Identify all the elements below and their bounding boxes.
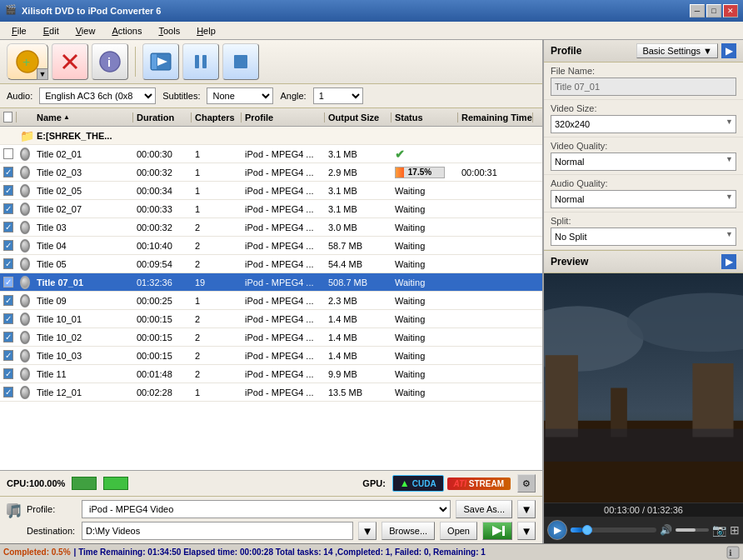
table-row[interactable]: ✓ Title 05 00:09:54 2 iPod - MPEG4 ... 5… <box>0 255 542 273</box>
row-checkbox[interactable]: ✓ <box>3 277 13 288</box>
close-button[interactable]: ✕ <box>723 4 738 18</box>
videosize-select[interactable]: 320x240 <box>551 115 736 133</box>
header-profile[interactable]: Profile <box>242 112 325 122</box>
status-checkmark: ✔ <box>395 148 405 161</box>
preview-expand-button[interactable]: ▶ <box>721 254 736 269</box>
select-all-checkbox[interactable] <box>3 112 12 122</box>
pause-button[interactable] <box>182 43 219 80</box>
disc-icon <box>20 349 30 362</box>
row-checkbox[interactable]: ✓ <box>3 240 13 251</box>
row-checkbox[interactable]: ✓ <box>3 295 13 306</box>
screenshot-icon[interactable]: 📷 <box>712 523 726 537</box>
open-button[interactable]: Open <box>440 522 477 540</box>
videosize-select-wrapper: 320x240 <box>551 115 736 133</box>
preview-progress-slider[interactable] <box>571 528 656 532</box>
disc-icon <box>20 166 30 179</box>
row-checkbox[interactable]: ✓ <box>3 350 13 361</box>
table-row[interactable]: ✓ Title 11 00:01:48 2 iPod - MPEG4 ... 9… <box>0 365 542 383</box>
convert-button[interactable] <box>142 43 179 80</box>
table-row[interactable]: ✓ Title 02_05 00:00:34 1 iPod - MPEG4 ..… <box>0 182 542 200</box>
table-row[interactable]: Title 02_01 00:00:30 1 iPod - MPEG4 ... … <box>0 145 542 163</box>
row-checkbox[interactable]: ✓ <box>3 332 13 342</box>
split-select[interactable]: No Split By Size By Time <box>551 228 736 246</box>
header-name[interactable]: Name ▲ <box>33 112 133 122</box>
file-list-container[interactable]: Name ▲ Duration Chapters Profile Output … <box>0 108 542 470</box>
stream-button[interactable]: ATI STREAM <box>447 478 511 490</box>
save-dropdown-button[interactable]: ▼ <box>517 500 536 518</box>
svg-rect-23 <box>544 429 743 462</box>
header-status[interactable]: Status <box>391 112 458 122</box>
play-button[interactable]: ▶ <box>547 520 567 540</box>
row-checkbox[interactable]: ✓ <box>3 387 13 398</box>
cuda-button[interactable]: ▲ CUDA <box>392 475 444 492</box>
table-row[interactable]: ✓ Title 09 00:00:25 1 iPod - MPEG4 ... 2… <box>0 292 542 310</box>
header-chapters[interactable]: Chapters <box>192 112 242 122</box>
destination-input[interactable] <box>82 522 353 540</box>
toolbar: + ▼ i <box>0 40 542 84</box>
info-button[interactable]: i <box>92 43 128 80</box>
volume-slider[interactable] <box>676 528 709 532</box>
audioquality-select[interactable]: Normal Low High <box>551 190 736 208</box>
table-row[interactable]: ✓ Title 12_01 00:02:28 1 iPod - MPEG4 ..… <box>0 383 542 402</box>
title-bar: 🎬 Xilisoft DVD to iPod Converter 6 ─ □ ✕ <box>0 0 743 22</box>
row-checkbox[interactable]: ✓ <box>3 368 13 379</box>
status-badge: Waiting <box>391 241 458 251</box>
row-checkbox[interactable]: ✓ <box>3 313 13 324</box>
row-checkbox[interactable]: ✓ <box>3 167 13 178</box>
basic-settings-button[interactable]: Basic Settings ▼ <box>636 43 718 58</box>
disc-icon <box>20 239 30 252</box>
table-row-selected[interactable]: ✓ Title 07_01 01:32:36 19 iPod - MPEG4 .… <box>0 273 542 292</box>
save-as-button[interactable]: Save As... <box>456 500 512 518</box>
disc-icon <box>20 331 30 344</box>
browse-button[interactable]: Browse... <box>381 522 435 540</box>
row-checkbox[interactable] <box>3 148 13 159</box>
remove-button[interactable] <box>52 43 88 80</box>
folder-row[interactable]: 📁 E:[SHREK_THE... <box>0 127 542 145</box>
profile-select[interactable]: iPod - MPEG4 Video <box>82 500 451 518</box>
convert-dropdown-button[interactable]: ▼ <box>517 522 536 540</box>
table-row[interactable]: ✓ Title 10_01 00:00:15 2 iPod - MPEG4 ..… <box>0 310 542 328</box>
filename-input[interactable] <box>551 78 736 96</box>
app-icon: 🎬 <box>5 4 18 18</box>
row-checkbox[interactable]: ✓ <box>3 203 13 214</box>
header-duration[interactable]: Duration <box>133 112 192 122</box>
subtitles-select[interactable]: None <box>207 88 273 104</box>
disc-icon <box>20 258 30 271</box>
destination-dropdown[interactable]: ▼ <box>358 522 376 540</box>
table-row[interactable]: ✓ Title 02_03 00:00:32 1 iPod - MPEG4 ..… <box>0 163 542 182</box>
status-badge: Waiting <box>391 369 458 379</box>
angle-select[interactable]: 1 <box>313 88 363 104</box>
table-row[interactable]: ✓ Title 10_03 00:00:15 2 iPod - MPEG4 ..… <box>0 347 542 365</box>
audio-select[interactable]: English AC3 6ch (0x8 <box>39 88 156 104</box>
left-panel: + ▼ i Audio: E <box>0 40 543 543</box>
row-checkbox[interactable]: ✓ <box>3 185 13 196</box>
videoquality-select[interactable]: Normal Low High <box>551 152 736 171</box>
stop-button[interactable] <box>222 43 259 80</box>
menu-edit[interactable]: Edit <box>35 24 67 38</box>
header-remaining[interactable]: Remaining Time <box>458 112 533 122</box>
row-checkbox[interactable]: ✓ <box>3 258 13 269</box>
preview-section: Preview ▶ <box>544 250 743 543</box>
maximize-button[interactable]: □ <box>706 4 721 18</box>
menu-view[interactable]: View <box>67 24 104 38</box>
profile-dest-bar: 🎵 Profile: iPod - MPEG4 Video Save As...… <box>0 497 542 543</box>
table-row[interactable]: ✓ Title 02_07 00:00:33 1 iPod - MPEG4 ..… <box>0 200 542 218</box>
svg-text:+: + <box>22 55 30 69</box>
minimize-button[interactable]: ─ <box>690 4 705 18</box>
menu-file[interactable]: File <box>3 24 35 38</box>
table-row[interactable]: ✓ Title 04 00:10:40 2 iPod - MPEG4 ... 5… <box>0 237 542 255</box>
preview-time: 00:13:00 / 01:32:36 <box>544 502 743 517</box>
settings-button[interactable]: ⚙ <box>517 474 536 492</box>
menu-actions[interactable]: Actions <box>103 24 150 38</box>
profile-expand-button[interactable]: ▶ <box>721 43 736 58</box>
header-output[interactable]: Output Size <box>325 112 391 122</box>
start-convert-button[interactable] <box>482 522 512 540</box>
menu-help[interactable]: Help <box>188 24 224 38</box>
status-badge: Waiting <box>391 332 458 342</box>
table-row[interactable]: ✓ Title 03 00:00:32 2 iPod - MPEG4 ... 3… <box>0 218 542 237</box>
row-checkbox[interactable]: ✓ <box>3 222 13 232</box>
table-row[interactable]: ✓ Title 10_02 00:00:15 2 iPod - MPEG4 ..… <box>0 328 542 347</box>
fullscreen-icon[interactable]: ⊞ <box>730 523 740 537</box>
menu-tools[interactable]: Tools <box>150 24 188 38</box>
status-badge: Waiting <box>391 204 458 214</box>
